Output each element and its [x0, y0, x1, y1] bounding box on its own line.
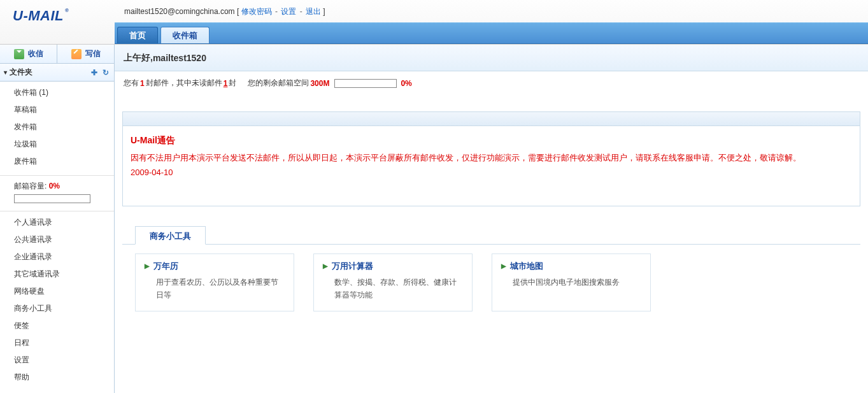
settings-link[interactable]: 设置: [281, 7, 296, 16]
tool-card-map[interactable]: ▶城市地图 提供中国境内电子地图搜索服务: [492, 254, 651, 311]
sidebar: 收信 写信 ▾ 文件夹 ✚ ↻ 收件箱 (1) 草稿箱 发件箱 垃圾箱 废件箱 …: [0, 45, 115, 393]
notice-body: U-Mail通告 因有不法用户用本演示平台发送不法邮件，所以从即日起，本演示平台…: [123, 126, 860, 206]
folders-header[interactable]: ▾ 文件夹 ✚ ↻: [0, 64, 114, 82]
sidebar-actions: 收信 写信: [0, 45, 114, 64]
tool-tabbar: 商务小工具: [122, 225, 860, 245]
nav-calendar[interactable]: 日程: [0, 334, 114, 352]
greeting-prefix: 上午好,: [124, 52, 153, 64]
compose-icon: [71, 49, 82, 59]
user-email: mailtest1520@comingchina.com: [124, 7, 235, 16]
folder-list: 收件箱 (1) 草稿箱 发件箱 垃圾箱 废件箱: [0, 82, 114, 173]
compose-mail-button[interactable]: 写信: [57, 45, 114, 63]
notice-date: 2009-04-10: [131, 168, 173, 177]
logo-area: U-MAIL®: [0, 0, 115, 24]
notice-box: U-Mail通告 因有不法用户用本演示平台发送不法邮件，所以从即日起，本演示平台…: [122, 111, 860, 206]
tool-card-calculator[interactable]: ▶万用计算器 数学、按揭、存款、所得税、健康计算器等功能: [313, 254, 473, 311]
folder-inbox[interactable]: 收件箱 (1): [0, 84, 114, 101]
quota-label: 邮箱容量:: [14, 182, 49, 190]
nav-personal-contacts[interactable]: 个人通讯录: [0, 214, 114, 231]
space-usage-pct: 0%: [401, 79, 411, 88]
nav-other-domain-contacts[interactable]: 其它域通讯录: [0, 266, 114, 283]
refresh-folders-icon[interactable]: ↻: [101, 68, 110, 77]
nav-biz-tools[interactable]: 商务小工具: [0, 300, 114, 317]
window-tab-bar: 首页 收件箱: [115, 22, 868, 44]
folder-trash[interactable]: 废件箱: [0, 153, 114, 170]
quota-value: 0%: [49, 182, 60, 190]
add-folder-icon[interactable]: ✚: [90, 68, 99, 77]
tool-card-calendar[interactable]: ▶万年历 用于查看农历、公历以及各种重要节日等: [135, 254, 294, 311]
free-space: 300M: [310, 79, 329, 88]
receive-icon: [14, 49, 24, 59]
nav-notes[interactable]: 便签: [0, 317, 114, 334]
collapse-icon: ▾: [4, 69, 7, 76]
receive-mail-button[interactable]: 收信: [0, 45, 57, 63]
greeting-username: mailtest1520: [153, 53, 206, 63]
tool-cards: ▶万年历 用于查看农历、公历以及各种重要节日等 ▶万用计算器 数学、按揭、存款、…: [122, 245, 860, 320]
triangle-icon: ▶: [323, 262, 328, 269]
nav-enterprise-contacts[interactable]: 企业通讯录: [0, 248, 114, 266]
logout-link[interactable]: 退出: [306, 7, 321, 16]
nav-list: 个人通讯录 公共通讯录 企业通讯录 其它域通讯录 网络硬盘 商务小工具 便签 日…: [0, 211, 114, 389]
quota-bar: [14, 194, 90, 203]
tool-section: 商务小工具 ▶万年历 用于查看农历、公历以及各种重要节日等 ▶万用计算器 数学、…: [122, 225, 860, 320]
total-mail-count: 1: [140, 79, 145, 88]
notice-title: U-Mail通告: [131, 135, 852, 146]
nav-help[interactable]: 帮助: [0, 369, 114, 386]
nav-public-contacts[interactable]: 公共通讯录: [0, 231, 114, 248]
quota-block: 邮箱容量: 0%: [0, 175, 114, 211]
triangle-icon: ▶: [145, 262, 150, 269]
top-right: mailtest1520@comingchina.com [ 修改密码 - 设置…: [115, 0, 868, 44]
folder-spam[interactable]: 垃圾箱: [0, 136, 114, 153]
tab-home[interactable]: 首页: [117, 27, 158, 43]
main-panel: 上午好, mailtest1520 您有 1 封邮件，其中未读邮件 1 封 您的…: [115, 45, 868, 393]
triangle-icon: ▶: [501, 262, 506, 269]
notice-tabbar: [123, 112, 860, 126]
change-password-link[interactable]: 修改密码: [241, 7, 272, 16]
nav-settings[interactable]: 设置: [0, 352, 114, 369]
stats-line: 您有 1 封邮件，其中未读邮件 1 封 您的剩余邮箱空间 300M 0%: [115, 71, 868, 95]
unread-mail-count[interactable]: 1: [224, 79, 228, 88]
top-bar: U-MAIL® mailtest1520@comingchina.com [ 修…: [0, 0, 868, 45]
tool-tab-biz[interactable]: 商务小工具: [135, 226, 206, 245]
welcome-bar: 上午好, mailtest1520: [115, 45, 868, 71]
layout: 收信 写信 ▾ 文件夹 ✚ ↻ 收件箱 (1) 草稿箱 发件箱 垃圾箱 废件箱 …: [0, 45, 868, 393]
folder-sent[interactable]: 发件箱: [0, 118, 114, 136]
folder-drafts[interactable]: 草稿箱: [0, 101, 114, 118]
tab-inbox[interactable]: 收件箱: [160, 27, 210, 43]
user-line: mailtest1520@comingchina.com [ 修改密码 - 设置…: [115, 0, 868, 22]
nav-netdisk[interactable]: 网络硬盘: [0, 283, 114, 300]
app-logo: U-MAIL®: [13, 8, 115, 24]
space-usage-bar: [334, 79, 397, 88]
notice-text: 因有不法用户用本演示平台发送不法邮件，所以从即日起，本演示平台屏蔽所有邮件收发，…: [131, 150, 852, 180]
